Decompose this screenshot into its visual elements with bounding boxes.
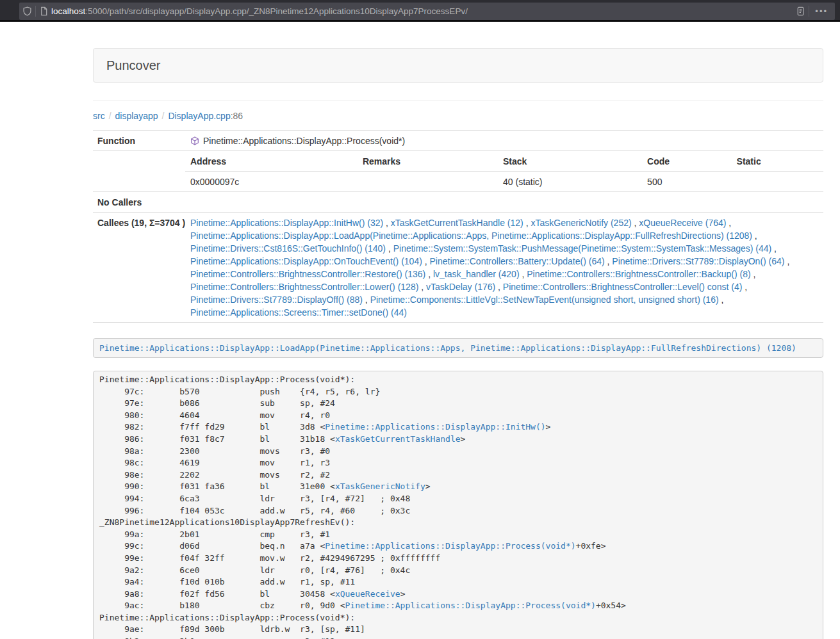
callee-link[interactable]: Pinetime::Drivers::St7789::DisplayOff() … <box>190 295 363 305</box>
function-name: Pinetime::Applications::DisplayApp::Proc… <box>203 136 405 146</box>
app-header-panel: Puncover <box>93 48 823 83</box>
asm-symbol-link[interactable]: xQueueReceive <box>335 589 400 599</box>
url-path: :5000/path/src/displayapp/DisplayApp.cpp… <box>85 6 468 16</box>
url-text[interactable]: localhost:5000/path/src/displayapp/Displ… <box>51 6 796 16</box>
callee-link[interactable]: Pinetime::Controllers::BrightnessControl… <box>503 282 742 292</box>
detail-values-row: 0x0000097c 40 (static) 500 <box>185 172 823 192</box>
reader-mode-icon[interactable] <box>796 6 805 16</box>
urlbar-separator-2 <box>809 6 809 17</box>
callee-link[interactable]: xQueueReceive (764) <box>639 218 726 228</box>
col-stack: Stack <box>498 151 642 172</box>
page-icon[interactable] <box>39 6 49 16</box>
loadapp-link[interactable]: Pinetime::Applications::DisplayApp::Load… <box>99 343 796 353</box>
function-table: Function Pinetime::Applications::Display… <box>93 130 823 323</box>
breadcrumb-file[interactable]: DisplayApp.cpp <box>168 111 230 121</box>
callee-link[interactable]: Pinetime::System::SystemTask::PushMessag… <box>393 243 772 254</box>
asm-symbol-link[interactable]: xTaskGenericNotify <box>335 481 425 491</box>
function-row: Function Pinetime::Applications::Display… <box>93 131 823 151</box>
asm-symbol-link[interactable]: Pinetime::Applications::DisplayApp::Proc… <box>345 601 596 610</box>
callee-link[interactable]: Pinetime::Controllers::BrightnessControl… <box>190 269 425 279</box>
disassembly: Pinetime::Applications::DisplayApp::Proc… <box>93 371 823 639</box>
url-host: localhost <box>51 6 85 16</box>
detail-row: Address Remarks Stack Code Static 0x0000… <box>93 151 823 192</box>
breadcrumb-displayapp[interactable]: displayapp <box>115 111 158 121</box>
stack-value: 40 (static) <box>498 172 642 192</box>
callee-link[interactable]: Pinetime::Applications::Screens::Timer::… <box>190 307 407 318</box>
callee-link[interactable]: Pinetime::Drivers::St7789::DisplayOn() (… <box>612 256 784 266</box>
callees-label: Callees (19, Σ=3704 ) <box>93 213 185 323</box>
col-remarks: Remarks <box>358 151 498 172</box>
breadcrumb-src[interactable]: src <box>93 111 105 121</box>
callee-link[interactable]: xTaskGenericNotify (252) <box>531 218 631 228</box>
callee-link[interactable]: Pinetime::Controllers::BrightnessControl… <box>527 269 750 279</box>
url-bar[interactable]: localhost:5000/path/src/displayapp/Displ… <box>19 3 835 20</box>
function-detail-table: Address Remarks Stack Code Static 0x0000… <box>185 151 823 191</box>
callee-link[interactable]: xTaskGetCurrentTaskHandle (12) <box>391 218 523 228</box>
asm-symbol-link[interactable]: Pinetime::Applications::DisplayApp::Init… <box>325 422 545 432</box>
page-actions-icon[interactable]: ••• <box>815 6 828 16</box>
callee-link[interactable]: Pinetime::Controllers::BrightnessControl… <box>190 282 418 292</box>
callees-row: Callees (19, Σ=3704 ) Pinetime::Applicat… <box>93 213 823 323</box>
address-value: 0x0000097c <box>185 172 358 192</box>
code-value: 500 <box>642 172 731 192</box>
callee-link[interactable]: Pinetime::Components::LittleVgl::SetNewT… <box>370 295 719 305</box>
static-value <box>732 172 823 192</box>
shield-icon[interactable] <box>22 6 32 16</box>
asm-symbol-link[interactable]: xTaskGetCurrentTaskHandle <box>335 434 461 444</box>
page: Puncover src/displayapp/DisplayApp.cpp:8… <box>0 48 840 639</box>
breadcrumb: src/displayapp/DisplayApp.cpp:86 <box>93 101 823 121</box>
callee-link[interactable]: Pinetime::Applications::DisplayApp::OnTo… <box>190 256 422 266</box>
col-static: Static <box>732 151 823 172</box>
col-code: Code <box>642 151 731 172</box>
symbol-cube-icon <box>190 136 199 145</box>
callee-link[interactable]: Pinetime::Controllers::Battery::Update()… <box>430 256 605 266</box>
callers-row: No Callers <box>93 192 823 213</box>
page-title: Puncover <box>106 58 810 72</box>
callee-link[interactable]: Pinetime::Drivers::Cst816S::GetTouchInfo… <box>190 243 386 254</box>
function-name-cell: Pinetime::Applications::DisplayApp::Proc… <box>185 131 823 151</box>
col-address: Address <box>185 151 358 172</box>
browser-toolbar: localhost:5000/path/src/displayapp/Displ… <box>0 0 840 22</box>
remarks-value <box>358 172 498 192</box>
code-link-panel: Pinetime::Applications::DisplayApp::Load… <box>93 338 823 358</box>
callee-link[interactable]: Pinetime::Applications::DisplayApp::Load… <box>190 231 752 241</box>
breadcrumb-line-number: :86 <box>231 111 243 121</box>
function-label: Function <box>93 131 185 151</box>
callee-link[interactable]: vTaskDelay (176) <box>426 282 495 292</box>
callees-list: Pinetime::Applications::DisplayApp::Init… <box>185 213 823 323</box>
no-callers-label: No Callers <box>93 192 185 213</box>
callee-link[interactable]: Pinetime::Applications::DisplayApp::Init… <box>190 218 383 228</box>
callee-link[interactable]: lv_task_handler (420) <box>433 269 520 279</box>
asm-symbol-link[interactable]: Pinetime::Applications::DisplayApp::Proc… <box>325 541 575 551</box>
urlbar-separator <box>35 6 36 17</box>
